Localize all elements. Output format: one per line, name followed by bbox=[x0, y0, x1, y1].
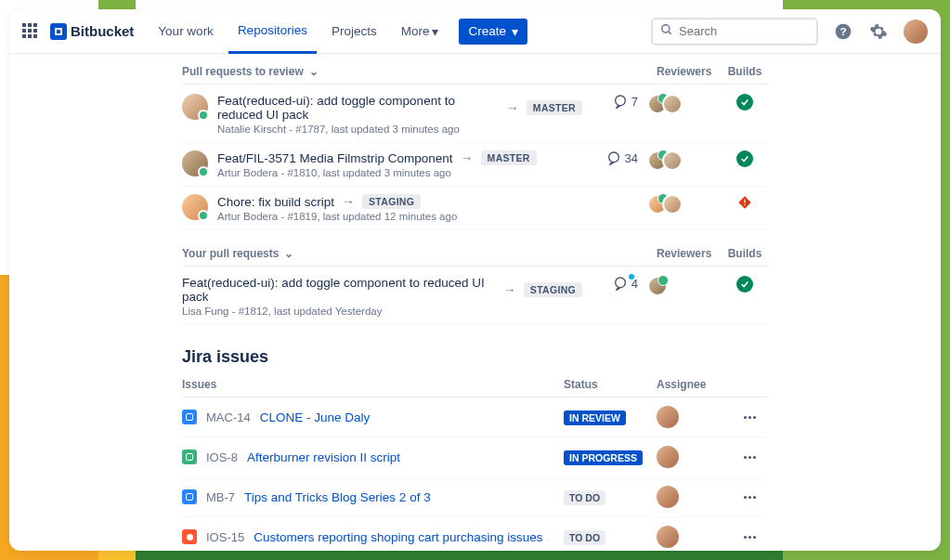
column-builds: Builds bbox=[722, 65, 768, 78]
issue-key[interactable]: MAC-14 bbox=[206, 410, 251, 424]
svg-point-8 bbox=[615, 278, 625, 288]
pr-reviewers bbox=[647, 94, 712, 114]
jira-row[interactable]: MAC-14 CLONE - June Daly IN REVIEW bbox=[182, 397, 768, 437]
issue-summary[interactable]: Tips and Tricks Blog Series 2 of 3 bbox=[244, 490, 564, 504]
pr-row[interactable]: Feat(reduced-ui): add toggle component t… bbox=[182, 86, 768, 143]
reviewer-avatar[interactable] bbox=[647, 276, 668, 296]
column-status: Status bbox=[564, 378, 657, 391]
pr-reviewers bbox=[647, 276, 712, 296]
pr-meta: Lisa Fung - #1812, last updated Yesterda… bbox=[182, 306, 582, 317]
search-input[interactable] bbox=[679, 24, 835, 38]
issue-summary[interactable]: Afterburner revision II script bbox=[247, 450, 564, 464]
author-avatar[interactable] bbox=[182, 150, 208, 176]
issue-status-badge: IN PROGRESS bbox=[564, 450, 643, 465]
more-actions-icon[interactable] bbox=[731, 496, 768, 499]
build-success-icon bbox=[736, 150, 753, 167]
chevron-down-icon: ▾ bbox=[432, 24, 438, 39]
issue-summary[interactable]: Customers reporting shoping cart purchas… bbox=[254, 530, 564, 544]
pr-target-branch: MASTER bbox=[481, 150, 537, 165]
chevron-down-icon: ⌄ bbox=[284, 247, 293, 260]
pr-comment-count[interactable]: 34 bbox=[592, 150, 638, 165]
pr-row[interactable]: Chore: fix build script → STAGING Artur … bbox=[182, 187, 768, 230]
issue-key[interactable]: IOS-15 bbox=[206, 530, 244, 544]
issue-type-task-icon bbox=[182, 489, 197, 504]
reviewer-avatar[interactable] bbox=[662, 150, 683, 171]
pr-title[interactable]: Feat/FIL-3571 Media Filmstrip Component bbox=[217, 151, 453, 165]
section-your-prs-toggle[interactable]: Your pull requests ⌄ bbox=[182, 247, 293, 260]
more-actions-icon[interactable] bbox=[731, 456, 768, 459]
jira-row[interactable]: IOS-15 Customers reporting shoping cart … bbox=[182, 517, 768, 551]
pr-meta: Artur Bodera - #1819, last updated 12 mi… bbox=[217, 211, 582, 222]
svg-text:?: ? bbox=[839, 25, 846, 37]
product-name: Bitbucket bbox=[71, 23, 134, 39]
issue-key[interactable]: MB-7 bbox=[206, 490, 235, 504]
assignee-avatar[interactable] bbox=[657, 406, 679, 428]
pr-title[interactable]: Feat(reduced-ui): add toggle component t… bbox=[182, 276, 496, 304]
nav-more[interactable]: More▾ bbox=[392, 9, 449, 54]
help-icon[interactable]: ? bbox=[833, 21, 853, 42]
arrow-right-icon: → bbox=[503, 282, 516, 297]
section-prs-to-review-toggle[interactable]: Pull requests to review ⌄ bbox=[182, 65, 319, 78]
author-avatar[interactable] bbox=[182, 94, 208, 120]
jira-heading: Jira issues bbox=[182, 347, 768, 367]
assignee-avatar[interactable] bbox=[657, 526, 679, 548]
bitbucket-logo[interactable]: Bitbucket bbox=[50, 23, 134, 40]
arrow-right-icon: → bbox=[342, 194, 355, 209]
issue-summary[interactable]: CLONE - June Daly bbox=[260, 410, 564, 424]
issue-status-badge: TO DO bbox=[564, 490, 605, 505]
issue-type-story-icon bbox=[182, 449, 197, 464]
pr-title[interactable]: Feat(reduced-ui): add toggle component t… bbox=[217, 94, 499, 122]
pr-meta: Artur Bodera - #1810, last updated 3 min… bbox=[217, 167, 582, 178]
svg-line-1 bbox=[669, 31, 671, 33]
column-builds: Builds bbox=[722, 247, 768, 260]
nav-your-work[interactable]: Your work bbox=[149, 9, 223, 54]
pr-meta: Natalie Kirscht - #1787, last updated 3 … bbox=[217, 124, 582, 135]
column-reviewers: Reviewers bbox=[657, 247, 722, 260]
build-success-icon bbox=[736, 276, 753, 293]
svg-rect-6 bbox=[744, 200, 745, 203]
nav-repositories[interactable]: Repositories bbox=[228, 9, 317, 54]
column-assignee: Assignee bbox=[657, 378, 731, 391]
issue-type-bug-icon bbox=[182, 529, 197, 544]
jira-row[interactable]: IOS-8 Afterburner revision II script IN … bbox=[182, 437, 768, 477]
column-reviewers: Reviewers bbox=[657, 65, 722, 78]
pr-row[interactable]: Feat(reduced-ui): add toggle component t… bbox=[182, 268, 768, 325]
arrow-right-icon: → bbox=[506, 100, 519, 115]
reviewer-avatar[interactable] bbox=[662, 194, 683, 215]
global-header: Bitbucket Your work Repositories Project… bbox=[9, 9, 941, 54]
column-issues: Issues bbox=[182, 378, 564, 391]
issue-type-task-icon bbox=[182, 410, 197, 424]
pr-title[interactable]: Chore: fix build script bbox=[217, 195, 334, 209]
issue-status-badge: IN REVIEW bbox=[564, 410, 626, 425]
nav-projects[interactable]: Projects bbox=[322, 9, 386, 54]
build-success-icon bbox=[736, 94, 753, 111]
pr-reviewers bbox=[647, 194, 712, 215]
app-switcher-icon[interactable] bbox=[22, 23, 39, 40]
pr-target-branch: STAGING bbox=[362, 194, 421, 209]
jira-row[interactable]: MB-7 Tips and Tricks Blog Series 2 of 3 … bbox=[182, 477, 768, 517]
issue-key[interactable]: IOS-8 bbox=[206, 450, 238, 464]
pr-comment-count[interactable]: 7 bbox=[592, 94, 638, 109]
pr-target-branch: MASTER bbox=[527, 100, 582, 115]
svg-rect-7 bbox=[744, 204, 745, 205]
assignee-avatar[interactable] bbox=[657, 486, 679, 508]
pr-row[interactable]: Feat/FIL-3571 Media Filmstrip Component … bbox=[182, 143, 768, 187]
more-actions-icon[interactable] bbox=[731, 416, 768, 419]
pr-target-branch: STAGING bbox=[524, 282, 582, 297]
chevron-down-icon: ▾ bbox=[512, 24, 518, 39]
svg-point-5 bbox=[608, 152, 618, 163]
pr-reviewers bbox=[647, 150, 712, 171]
create-button[interactable]: Create▾ bbox=[459, 19, 527, 45]
arrow-right-icon: → bbox=[461, 150, 474, 165]
search-input-wrap[interactable]: / bbox=[651, 18, 818, 46]
more-actions-icon[interactable] bbox=[731, 536, 768, 539]
settings-icon[interactable] bbox=[868, 21, 889, 42]
reviewer-avatar[interactable] bbox=[662, 94, 683, 114]
user-avatar[interactable] bbox=[904, 20, 928, 44]
issue-status-badge: TO DO bbox=[564, 530, 605, 545]
assignee-avatar[interactable] bbox=[657, 446, 679, 468]
pr-comment-count[interactable]: 4 bbox=[592, 276, 638, 291]
chevron-down-icon: ⌄ bbox=[309, 65, 319, 78]
author-avatar[interactable] bbox=[182, 194, 208, 220]
build-warning-icon bbox=[736, 194, 753, 211]
